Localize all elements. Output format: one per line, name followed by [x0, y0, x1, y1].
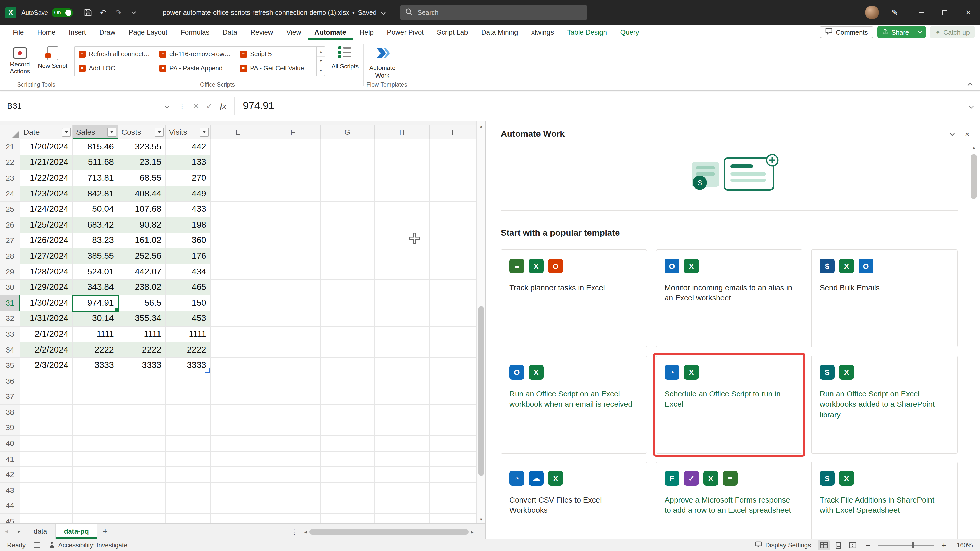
- cell[interactable]: [375, 389, 430, 405]
- cell[interactable]: [118, 498, 166, 514]
- cell[interactable]: [321, 155, 375, 170]
- pane-scrollbar[interactable]: ▴: [971, 145, 977, 539]
- document-title[interactable]: power-automate-office-scripts-refresh-co…: [163, 9, 386, 16]
- confirm-entry-icon[interactable]: ✓: [203, 101, 216, 110]
- column-header-costs[interactable]: Costs: [118, 125, 166, 139]
- cell[interactable]: 713.81: [73, 170, 118, 186]
- cell[interactable]: 815.46: [73, 139, 118, 155]
- cell[interactable]: [211, 186, 266, 202]
- tab-file[interactable]: File: [6, 25, 30, 40]
- sheet-nav-right-icon[interactable]: ▸: [13, 524, 25, 539]
- column-header-e[interactable]: E: [211, 125, 266, 139]
- cell[interactable]: [430, 358, 476, 373]
- cell[interactable]: [430, 498, 476, 514]
- cell[interactable]: [166, 436, 211, 451]
- row-number-43[interactable]: 43: [0, 483, 21, 498]
- column-header-h[interactable]: H: [375, 125, 430, 139]
- cell[interactable]: 343.84: [73, 280, 118, 295]
- cell[interactable]: [375, 373, 430, 389]
- cell[interactable]: [73, 405, 118, 420]
- cell[interactable]: 1/30/2024: [21, 295, 73, 311]
- tab-data-mining[interactable]: Data Mining: [475, 25, 525, 40]
- tab-home[interactable]: Home: [30, 25, 62, 40]
- cell[interactable]: [166, 373, 211, 389]
- autosave-switch[interactable]: On: [52, 8, 73, 17]
- cell[interactable]: [211, 327, 266, 342]
- cell[interactable]: [118, 436, 166, 451]
- cell[interactable]: [266, 280, 321, 295]
- cell[interactable]: [166, 483, 211, 498]
- cell[interactable]: [375, 327, 430, 342]
- row-number-29[interactable]: 29: [0, 264, 21, 280]
- cell[interactable]: [430, 420, 476, 436]
- title-chevron-icon[interactable]: [381, 9, 386, 16]
- cell[interactable]: 161.02: [118, 233, 166, 248]
- cell[interactable]: [375, 311, 430, 327]
- comments-button[interactable]: Comments: [820, 26, 873, 38]
- cell[interactable]: [21, 514, 73, 524]
- cell[interactable]: [266, 498, 321, 514]
- cell[interactable]: [430, 233, 476, 248]
- cell[interactable]: 150: [166, 295, 211, 311]
- tab-formulas[interactable]: Formulas: [174, 25, 216, 40]
- cell[interactable]: [266, 139, 321, 155]
- template-card-send-bulk-emails[interactable]: $XOSend Bulk Emails: [811, 249, 958, 348]
- tab-review[interactable]: Review: [244, 25, 280, 40]
- tab-automate[interactable]: Automate: [308, 25, 353, 40]
- gallery-more-icon[interactable]: ▾: [317, 66, 325, 76]
- scroll-left-icon[interactable]: ◂: [304, 529, 307, 534]
- row-number-37[interactable]: 37: [0, 389, 21, 405]
- cell[interactable]: [211, 280, 266, 295]
- cell[interactable]: [211, 436, 266, 451]
- macro-record-icon[interactable]: [34, 542, 40, 548]
- cell[interactable]: 355.34: [118, 311, 166, 327]
- select-all-corner[interactable]: [0, 125, 21, 139]
- cell[interactable]: 1/26/2024: [21, 233, 73, 248]
- template-card-monitor-incoming-emails-to-an-alias-in-a[interactable]: OXMonitor incoming emails to an alias in…: [656, 249, 802, 348]
- row-number-26[interactable]: 26: [0, 218, 21, 233]
- cell[interactable]: [73, 373, 118, 389]
- cell[interactable]: 176: [166, 248, 211, 264]
- cell[interactable]: [266, 342, 321, 358]
- template-card-convert-csv-files-to-excel-workbooks[interactable]: ◔☁XConvert CSV Files to Excel Workbooks: [501, 462, 647, 539]
- tab-data[interactable]: Data: [216, 25, 244, 40]
- insert-function-button[interactable]: fx: [216, 101, 230, 111]
- search-box[interactable]: [400, 5, 587, 20]
- filter-button-sales[interactable]: [107, 127, 116, 137]
- cell[interactable]: [21, 420, 73, 436]
- cell[interactable]: [375, 436, 430, 451]
- script-item-add-toc[interactable]: Add TOC: [75, 61, 155, 76]
- share-button[interactable]: Share: [878, 26, 926, 38]
- cell[interactable]: [118, 389, 166, 405]
- cell[interactable]: [430, 202, 476, 218]
- row-number-25[interactable]: 25: [0, 202, 21, 218]
- cell[interactable]: 56.5: [118, 295, 166, 311]
- cell[interactable]: [430, 373, 476, 389]
- cell[interactable]: [211, 233, 266, 248]
- cell[interactable]: [118, 514, 166, 524]
- cell[interactable]: 842.81: [73, 186, 118, 202]
- cell[interactable]: [166, 514, 211, 524]
- cell[interactable]: [73, 498, 118, 514]
- cell[interactable]: 465: [166, 280, 211, 295]
- column-header-f[interactable]: F: [266, 125, 321, 139]
- cell[interactable]: [118, 467, 166, 483]
- cell[interactable]: [321, 342, 375, 358]
- row-number-23[interactable]: 23: [0, 170, 21, 186]
- row-number-31[interactable]: 31: [0, 295, 21, 311]
- cell[interactable]: 252.56: [118, 248, 166, 264]
- cell[interactable]: [430, 327, 476, 342]
- search-input[interactable]: [417, 8, 582, 17]
- row-number-41[interactable]: 41: [0, 451, 21, 467]
- record-actions-button[interactable]: Record Actions: [4, 43, 36, 76]
- cell[interactable]: [321, 311, 375, 327]
- column-header-date[interactable]: Date: [21, 125, 73, 139]
- cell[interactable]: 2222: [73, 342, 118, 358]
- cell[interactable]: 408.44: [118, 186, 166, 202]
- cell[interactable]: [430, 389, 476, 405]
- qat-customize-chevron-icon[interactable]: [127, 6, 140, 19]
- zoom-out-button[interactable]: −: [865, 541, 871, 549]
- pane-scroll-up-icon[interactable]: ▴: [971, 145, 977, 152]
- cell[interactable]: [375, 342, 430, 358]
- cell[interactable]: [266, 373, 321, 389]
